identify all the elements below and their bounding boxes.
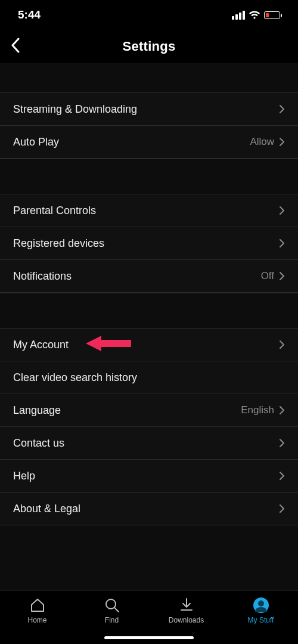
- row-auto-play[interactable]: Auto Play Allow: [0, 126, 298, 159]
- row-registered-devices[interactable]: Registered devices: [0, 227, 298, 260]
- back-button[interactable]: [11, 38, 20, 55]
- battery-low-icon: [264, 11, 280, 19]
- row-label: Notifications: [13, 270, 72, 283]
- settings-group: Parental Controls Registered devices Not…: [0, 194, 298, 293]
- row-label: Clear video search history: [13, 371, 137, 384]
- tab-label: My Stuff: [248, 616, 274, 624]
- status-bar: 5:44: [0, 0, 298, 30]
- home-indicator[interactable]: [104, 636, 194, 639]
- chevron-right-icon: [279, 271, 285, 281]
- chevron-right-icon: [279, 206, 285, 215]
- tab-label: Home: [27, 616, 46, 624]
- row-parental-controls[interactable]: Parental Controls: [0, 194, 298, 227]
- chevron-right-icon: [279, 504, 285, 513]
- row-label: Streaming & Downloading: [13, 103, 137, 116]
- chevron-right-icon: [279, 405, 285, 415]
- row-label: Language: [13, 404, 61, 417]
- chevron-right-icon: [279, 438, 285, 448]
- svg-point-2: [258, 600, 264, 606]
- page-title: Settings: [122, 39, 175, 54]
- tab-label: Find: [105, 616, 119, 624]
- row-notifications[interactable]: Notifications Off: [0, 260, 298, 293]
- row-my-account[interactable]: My Account: [0, 329, 298, 361]
- row-streaming-downloading[interactable]: Streaming & Downloading: [0, 93, 298, 126]
- settings-group: Streaming & Downloading Auto Play Allow: [0, 93, 298, 159]
- status-time: 5:44: [18, 8, 41, 21]
- section-gap: [0, 63, 298, 93]
- chevron-right-icon: [279, 471, 285, 481]
- row-help[interactable]: Help: [0, 460, 298, 493]
- settings-list: Streaming & Downloading Auto Play Allow …: [0, 63, 298, 590]
- profile-icon: [253, 597, 269, 614]
- tab-label: Downloads: [169, 616, 204, 624]
- search-icon: [104, 597, 120, 614]
- row-language[interactable]: Language English: [0, 394, 298, 427]
- settings-group: My Account Clear video search history La…: [0, 329, 298, 525]
- tab-my-stuff[interactable]: My Stuff: [228, 597, 294, 624]
- home-icon: [29, 597, 46, 614]
- section-gap: [0, 293, 298, 329]
- chevron-right-icon: [279, 137, 285, 147]
- chevron-right-icon: [279, 340, 285, 349]
- download-icon: [178, 597, 195, 614]
- tab-find[interactable]: Find: [79, 597, 145, 624]
- chevron-right-icon: [279, 104, 285, 114]
- row-value: Off: [261, 270, 274, 282]
- row-label: Auto Play: [13, 136, 59, 148]
- section-gap: [0, 159, 298, 194]
- row-about-legal[interactable]: About & Legal: [0, 493, 298, 525]
- row-label: About & Legal: [13, 503, 80, 515]
- status-icons: [232, 11, 280, 20]
- row-label: Registered devices: [13, 237, 104, 250]
- cellular-signal-icon: [232, 11, 245, 20]
- row-value: English: [241, 404, 274, 416]
- row-contact-us[interactable]: Contact us: [0, 427, 298, 460]
- row-label: Help: [13, 470, 35, 482]
- tab-downloads[interactable]: Downloads: [154, 597, 219, 624]
- row-label: Contact us: [13, 437, 64, 450]
- screen: 5:44 Settings Streaming & Downloading: [0, 0, 298, 644]
- row-label: Parental Controls: [13, 205, 96, 217]
- row-label: My Account: [13, 339, 69, 351]
- nav-header: Settings: [0, 30, 298, 63]
- row-clear-search-history[interactable]: Clear video search history: [0, 361, 298, 394]
- row-value: Allow: [250, 136, 274, 148]
- wifi-icon: [249, 11, 260, 20]
- tab-home[interactable]: Home: [5, 597, 70, 624]
- chevron-right-icon: [279, 239, 285, 248]
- annotation-arrow-icon: [83, 334, 131, 355]
